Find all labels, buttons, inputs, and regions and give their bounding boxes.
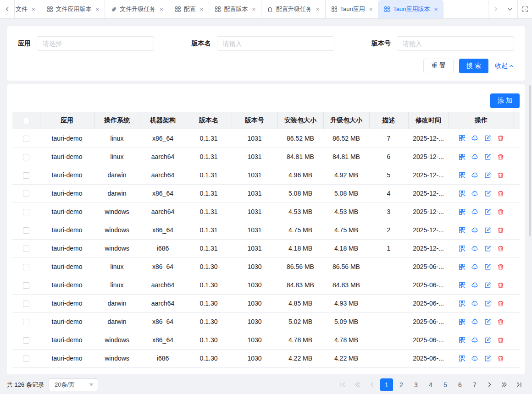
tab-close-icon[interactable]: × [160, 6, 163, 12]
scrollbar-thumb[interactable] [529, 85, 531, 236]
delete-icon[interactable] [497, 337, 504, 344]
tab-close-icon[interactable]: × [316, 6, 320, 12]
tab[interactable]: Tauri应用版本 × [378, 0, 443, 18]
tab[interactable]: 配置版本 × [209, 0, 261, 18]
cloud-download-icon[interactable] [471, 172, 478, 179]
add-button[interactable]: 添 加 [490, 93, 520, 108]
cloud-download-icon[interactable] [471, 282, 478, 289]
delete-icon[interactable] [497, 245, 504, 252]
qrcode-icon[interactable] [459, 300, 466, 307]
page-number-7[interactable]: 7 [468, 378, 481, 391]
qrcode-icon[interactable] [459, 208, 466, 215]
row-checkbox[interactable] [23, 301, 29, 307]
tab-close-icon[interactable]: × [96, 6, 100, 12]
jump-back-button[interactable] [351, 378, 364, 391]
delete-icon[interactable] [497, 318, 504, 325]
cloud-download-icon[interactable] [471, 208, 478, 215]
qrcode-icon[interactable] [459, 190, 466, 197]
page-number-2[interactable]: 2 [395, 378, 408, 391]
cloud-download-icon[interactable] [471, 263, 478, 270]
tab-scroll-right-button[interactable] [488, 0, 503, 18]
qrcode-icon[interactable] [459, 355, 466, 362]
app-select[interactable] [37, 36, 154, 51]
page-number-3[interactable]: 3 [410, 378, 422, 391]
tab[interactable]: Tauri应用 × [326, 0, 379, 18]
row-checkbox[interactable] [23, 154, 29, 160]
row-checkbox[interactable] [23, 136, 29, 142]
version-code-input[interactable] [397, 36, 514, 51]
jump-forward-button[interactable] [498, 378, 510, 391]
row-checkbox[interactable] [23, 356, 29, 362]
tab[interactable]: 配置升级任务 × [261, 0, 326, 18]
prev-page-button[interactable] [366, 378, 378, 391]
next-page-button[interactable] [483, 378, 496, 391]
edit-icon[interactable] [484, 227, 491, 234]
edit-icon[interactable] [484, 318, 491, 325]
delete-icon[interactable] [497, 227, 504, 234]
tab-scroll-left-button[interactable] [0, 0, 15, 18]
delete-icon[interactable] [497, 355, 504, 362]
edit-icon[interactable] [484, 337, 491, 344]
row-checkbox[interactable] [23, 282, 29, 289]
delete-icon[interactable] [497, 300, 504, 307]
last-page-button[interactable] [512, 378, 525, 391]
edit-icon[interactable] [484, 300, 491, 307]
tab-close-icon[interactable]: × [434, 6, 438, 12]
row-checkbox[interactable] [23, 209, 29, 215]
cloud-download-icon[interactable] [471, 227, 478, 234]
page-number-6[interactable]: 6 [454, 378, 466, 391]
qrcode-icon[interactable] [459, 337, 466, 344]
delete-icon[interactable] [497, 153, 504, 160]
qrcode-icon[interactable] [459, 282, 466, 289]
cloud-download-icon[interactable] [471, 355, 478, 362]
page-number-1[interactable]: 1 [380, 378, 393, 391]
delete-icon[interactable] [497, 190, 504, 197]
tab[interactable]: 文件升级任务 × [105, 0, 169, 18]
delete-icon[interactable] [497, 208, 504, 215]
edit-icon[interactable] [484, 355, 491, 362]
cloud-download-icon[interactable] [471, 153, 478, 160]
qrcode-icon[interactable] [459, 318, 466, 325]
page-number-4[interactable]: 4 [424, 378, 437, 391]
tab-close-icon[interactable]: × [369, 6, 373, 12]
edit-icon[interactable] [484, 190, 491, 197]
delete-icon[interactable] [497, 135, 504, 142]
row-checkbox[interactable] [23, 337, 29, 344]
reset-button[interactable]: 重 置 [423, 59, 454, 73]
edit-icon[interactable] [484, 263, 491, 270]
cloud-download-icon[interactable] [471, 300, 478, 307]
row-checkbox[interactable] [23, 319, 29, 325]
edit-icon[interactable] [484, 208, 491, 215]
collapse-link[interactable]: 收起 [495, 62, 514, 70]
tab[interactable]: 文件应用版本 × [41, 0, 105, 18]
version-name-input[interactable] [217, 36, 334, 51]
select-all-checkbox[interactable] [23, 118, 29, 124]
tab[interactable]: 配置 × [169, 0, 210, 18]
search-button[interactable]: 搜 索 [459, 59, 488, 73]
row-checkbox[interactable] [23, 191, 29, 197]
tab-close-icon[interactable]: × [252, 6, 255, 12]
cloud-download-icon[interactable] [471, 135, 478, 142]
edit-icon[interactable] [484, 135, 491, 142]
row-checkbox[interactable] [23, 172, 29, 179]
qrcode-icon[interactable] [459, 245, 466, 252]
edit-icon[interactable] [484, 282, 491, 289]
row-checkbox[interactable] [23, 227, 29, 234]
cloud-download-icon[interactable] [471, 318, 478, 325]
delete-icon[interactable] [497, 282, 504, 289]
page-number-5[interactable]: 5 [439, 378, 452, 391]
qrcode-icon[interactable] [459, 153, 466, 160]
edit-icon[interactable] [484, 172, 491, 179]
tab[interactable]: 文件 × [15, 0, 41, 18]
page-size-select[interactable]: 20条/页 [49, 378, 98, 391]
cloud-download-icon[interactable] [471, 190, 478, 197]
cloud-download-icon[interactable] [471, 337, 478, 344]
fullscreen-button[interactable] [517, 0, 532, 18]
edit-icon[interactable] [484, 245, 491, 252]
row-checkbox[interactable] [23, 264, 29, 270]
tab-close-icon[interactable]: × [32, 6, 35, 12]
qrcode-icon[interactable] [459, 135, 466, 142]
qrcode-icon[interactable] [459, 172, 466, 179]
row-checkbox[interactable] [23, 246, 29, 252]
tab-close-icon[interactable]: × [200, 6, 204, 12]
